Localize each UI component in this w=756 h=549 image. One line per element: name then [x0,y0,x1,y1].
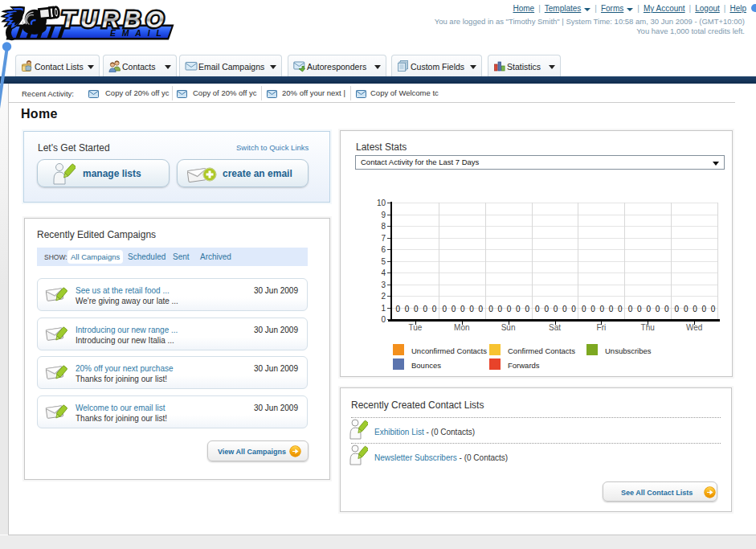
svg-text:TURBO: TURBO [61,6,169,32]
